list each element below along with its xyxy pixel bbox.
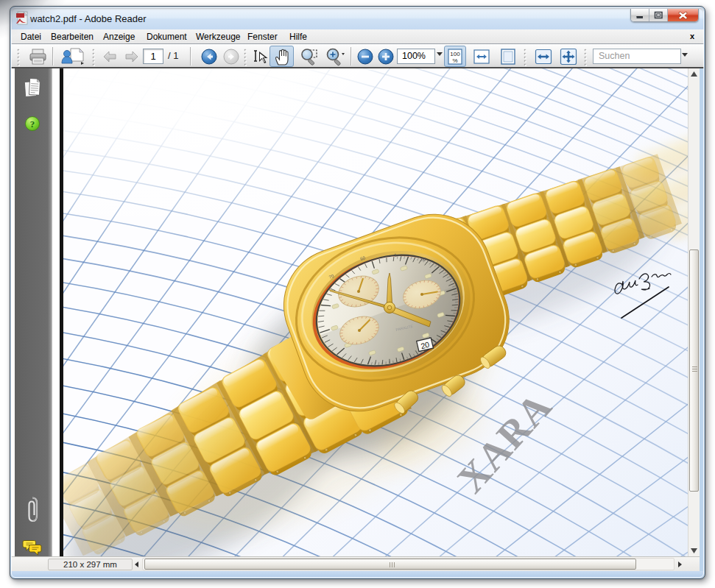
- svg-text:100: 100: [450, 51, 460, 57]
- svg-text:?: ?: [30, 118, 35, 130]
- svg-text:%: %: [452, 57, 457, 64]
